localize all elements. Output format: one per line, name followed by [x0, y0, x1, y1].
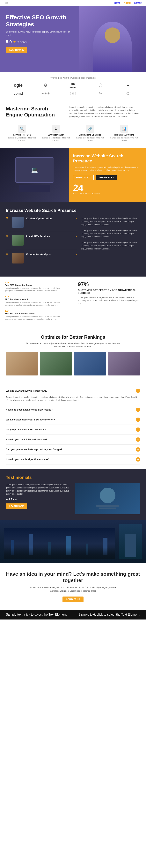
faq-q7-text: How do you handle algorithm updates?	[6, 458, 50, 461]
navbar: logo Home About Contact	[0, 0, 146, 6]
faq-item-2: How long does it take to see SEO results…	[6, 405, 140, 415]
faq-q4-text: Do you provide local SEO services?	[6, 428, 46, 431]
optimize-photo-2	[40, 352, 72, 375]
find-contact-button[interactable]: FIND CONTACT	[73, 175, 94, 180]
faq-section: What is SEO and why is it important? − A…	[0, 381, 146, 469]
faq-toggle-6[interactable]: +	[136, 447, 140, 452]
seo-card-3-title: Link Building Strategies	[74, 134, 106, 136]
footer-links: Sample text, click to select the Text El…	[79, 613, 140, 616]
seo-heading: Mastering Search Engine Optimization	[6, 106, 60, 118]
award-1-desc: Lorem ipsum dolor et accusam et justo du…	[5, 287, 68, 292]
faq-question-6[interactable]: Can you guarantee first-page rankings on…	[6, 444, 140, 454]
award-2-desc: Lorem ipsum dolor et accusam et justo du…	[5, 301, 68, 307]
service-img-3	[12, 253, 24, 264]
seo-cards: 🔍 Keyword Research Sample text, click to…	[6, 125, 140, 142]
faq-question-2[interactable]: How long does it take to see SEO results…	[6, 405, 140, 414]
seo-card-2: ⚙ SEO Optimization Sample text, click to…	[40, 125, 72, 142]
faq-q1-text: What is SEO and why is it important?	[6, 390, 47, 392]
arrow-icon-3: ↗	[75, 253, 77, 256]
faq-question-5[interactable]: How do you track SEO performance? +	[6, 435, 140, 444]
brand-item: ⬡	[88, 83, 113, 88]
seo-text: Lorem ipsum dolor sit amet, consectetur …	[69, 106, 140, 118]
hero-reviews: 46 reviews	[17, 41, 27, 43]
service-num-3: 03	[6, 253, 10, 255]
seo-card-4-desc: Sample text, click to select this Text E…	[108, 137, 140, 142]
faq-toggle-5[interactable]: +	[136, 437, 140, 442]
logo: logo	[4, 2, 8, 4]
increase-dark-content: 01 Content Optimization ↗ 02 Local SEO S…	[6, 217, 140, 271]
faq-question-3[interactable]: What services does your SEO agency offer…	[6, 415, 140, 425]
seo-card-1-title: Keyword Research	[6, 134, 38, 136]
hero-description: Sed efficitur pulvinar nos, sed facilisi…	[6, 30, 73, 37]
brand-item: ogie	[6, 83, 31, 88]
increase-buttons: FIND CONTACT HOW WE WORK	[73, 175, 142, 180]
arrow-icon-2: ↗	[75, 235, 77, 239]
customer-percent: 97%	[78, 281, 142, 287]
service-img-1	[12, 217, 24, 228]
brand-item: ᴿᵁ	[88, 91, 113, 96]
increase-bg-image: 💻	[0, 148, 69, 202]
service-img-2	[12, 235, 24, 246]
brand-item: ⚙	[33, 83, 58, 88]
faq-toggle-4[interactable]: +	[136, 428, 140, 432]
faq-q6-text: Can you guarantee first-page rankings on…	[6, 448, 62, 451]
increase-dark-section: Increase Website Search Presence 01 Cont…	[0, 202, 146, 277]
faq-item-5: How do you track SEO performance? + Answ…	[6, 435, 140, 444]
cta-button[interactable]: CONTACT US	[62, 596, 83, 602]
award-2: 2020 SEO Excellence Award Lorem ipsum do…	[5, 296, 68, 307]
hero-cta-button[interactable]: LEARN MORE	[6, 47, 27, 53]
footer-link[interactable]: Sample text, click to select the Text El…	[79, 613, 140, 616]
optimize-text: At vero eos et accusam et justo duo dolo…	[24, 342, 122, 348]
faq-toggle-2[interactable]: +	[136, 408, 140, 412]
optimize-photo-4	[108, 352, 140, 375]
nav-contact[interactable]: Contact	[134, 2, 142, 4]
customer-text: Lorem ipsum dolor sit amet, consectetur …	[78, 296, 142, 305]
seo-card-4-title: Technical SEO Audits	[108, 134, 140, 136]
nav-links: Home About Contact	[114, 2, 142, 4]
service-info-1: Content Optimization	[26, 217, 52, 221]
testimonial-image	[75, 483, 140, 514]
faq-toggle-1[interactable]: −	[136, 389, 140, 393]
faq-toggle-3[interactable]: +	[136, 417, 140, 422]
link-icon: 🔗	[86, 125, 94, 133]
award-1: 2016 Best SEO Campaign Award Lorem ipsum…	[5, 281, 68, 292]
hero-score: 5.0	[6, 39, 12, 44]
faq-question-4[interactable]: Do you provide local SEO services? +	[6, 425, 140, 434]
how-we-work-button[interactable]: HOW WE WORK	[96, 175, 117, 180]
increase-dark-text-3: Lorem ipsum dolor sit amet, consectetur …	[81, 241, 140, 250]
service-info-3: Competitor Analysis	[26, 253, 51, 256]
brand-item: HDDIGITAL	[61, 82, 85, 89]
customer-heading: CUSTOMER SATISFACTION AND STRATEGICAL SU…	[78, 289, 142, 294]
faq-question-7[interactable]: How do you handle algorithm updates? +	[6, 455, 140, 464]
optimize-photo-1	[6, 352, 38, 375]
faq-question-1[interactable]: What is SEO and why is it important? −	[6, 386, 140, 396]
service-title-3: Competitor Analysis	[26, 253, 51, 256]
years-number: 24	[73, 183, 142, 193]
testimonial-quote: Lorem ipsum dolor sit amet, consectetur …	[6, 483, 71, 496]
audit-icon: 📊	[120, 125, 128, 133]
brands-title: We worked with the world's best companie…	[6, 76, 140, 79]
seo-card-2-desc: Sample text, click to select this Text E…	[40, 137, 72, 142]
years-label: Years of full of Polite & experience	[73, 193, 142, 195]
footer: Sample text, click to select the Text El…	[0, 610, 146, 620]
cta-section: Have an idea in your mind? Let's make so…	[0, 563, 146, 610]
increase-yellow-section: 💻 Increase Website Search Presence Lorem…	[0, 148, 146, 202]
award-1-name: Best SEO Campaign Award	[5, 284, 68, 286]
years-experience: 24 Years of full of Polite & experience	[73, 183, 142, 195]
seo-opt-icon: ⚙	[52, 125, 60, 133]
award-3: 2024 Best SEO Performance Award Lorem ip…	[5, 310, 68, 321]
nav-about[interactable]: About	[124, 2, 130, 4]
cta-heading: Have an idea in your mind? Let's make so…	[6, 571, 140, 584]
testimonials-content: Lorem ipsum dolor sit amet, consectetur …	[6, 483, 140, 514]
faq-q3-text: What services does your SEO agency offer…	[6, 418, 55, 421]
testimonials-cta-button[interactable]: LEARN MORE	[6, 503, 27, 509]
increase-dark-services: 01 Content Optimization ↗ 02 Local SEO S…	[6, 217, 77, 271]
brand-item: ⬡	[115, 91, 140, 96]
nav-home[interactable]: Home	[114, 2, 120, 4]
increase-dark-text: Lorem ipsum dolor sit amet, consectetur …	[81, 217, 140, 271]
faq-toggle-7[interactable]: +	[136, 457, 140, 462]
testimonials-heading: Testimonials	[6, 475, 140, 480]
award-2-year: 2020	[5, 296, 68, 298]
increase-dark-text-2: Lorem ipsum dolor sit amet, consectetur …	[81, 229, 140, 238]
service-title-2: Local SEO Services	[26, 235, 50, 238]
